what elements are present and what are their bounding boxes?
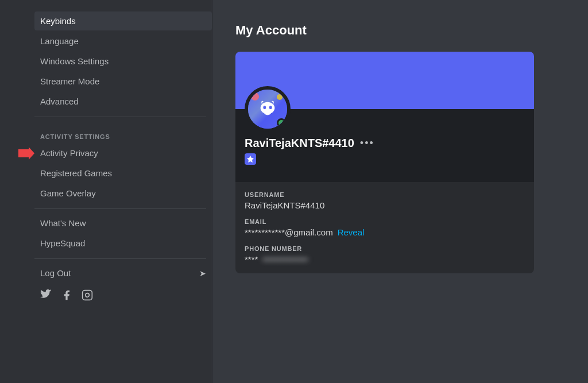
sidebar-item-whats-new[interactable]: What's New [34, 214, 212, 233]
logout-button[interactable]: Log Out ➤ [34, 264, 212, 283]
status-dot [277, 118, 286, 127]
svg-point-5 [269, 106, 272, 109]
sidebar-item-streamer-mode[interactable]: Streamer Mode [34, 72, 212, 91]
phone-masked: **** [245, 254, 258, 264]
username-value: RaviTejaKNTS#4410 [245, 200, 525, 210]
arrow-indicator [18, 147, 34, 160]
nitro-badge [245, 153, 256, 165]
phone-blurred: ••••••••••••••• [262, 254, 308, 264]
sidebar-item-advanced[interactable]: Advanced [34, 92, 212, 111]
divider-1 [34, 117, 206, 117]
sidebar-item-label: Keybinds [40, 16, 76, 26]
sidebar: Keybinds Language Windows Settings Strea… [0, 0, 212, 383]
profile-username: RaviTejaKNTS#4410 [245, 137, 354, 150]
sidebar-item-keybinds[interactable]: Keybinds [34, 11, 212, 30]
logout-arrow-icon: ➤ [199, 269, 206, 278]
profile-fields: USERNAME RaviTejaKNTS#4410 EMAIL *******… [235, 182, 534, 273]
phone-label: PHONE NUMBER [245, 245, 525, 252]
svg-rect-1 [83, 291, 92, 300]
email-masked: ************@gmail.com [245, 227, 333, 237]
social-icons [34, 283, 212, 304]
svg-marker-0 [18, 147, 34, 160]
email-label: EMAIL [245, 218, 525, 225]
sidebar-item-label: Streamer Mode [40, 76, 99, 86]
sidebar-item-game-overlay[interactable]: Game Overlay [34, 184, 212, 203]
sidebar-item-label: Game Overlay [40, 188, 96, 198]
instagram-icon[interactable] [82, 289, 93, 304]
activity-section-label: ACTIVITY SETTINGS [34, 124, 212, 144]
divider-2 [34, 208, 206, 209]
divider-3 [34, 258, 206, 259]
sidebar-item-activity-privacy[interactable]: Activity Privacy [34, 144, 212, 163]
avatar-container [245, 86, 291, 132]
sidebar-item-label: Activity Privacy [40, 148, 98, 158]
sidebar-item-label: Language [40, 36, 79, 46]
profile-info-row: RaviTejaKNTS#4410 ••• [235, 109, 534, 182]
facebook-icon[interactable] [61, 289, 72, 304]
sidebar-item-hypesquad[interactable]: HypeSquad [34, 234, 212, 253]
sidebar-item-language[interactable]: Language [34, 32, 212, 51]
sidebar-item-label: Advanced [40, 96, 79, 106]
main-content: My Account [212, 0, 588, 383]
avatar [245, 86, 291, 132]
sidebar-item-windows-settings[interactable]: Windows Settings [34, 52, 212, 71]
sidebar-item-label: Windows Settings [40, 56, 109, 66]
phone-row: **** ••••••••••••••• [245, 254, 525, 264]
reveal-email-button[interactable]: Reveal [338, 227, 365, 237]
email-row: ************@gmail.com Reveal [245, 227, 525, 237]
sidebar-item-label: HypeSquad [40, 238, 85, 248]
logout-label: Log Out [40, 268, 71, 278]
sidebar-item-label: Registered Games [40, 168, 112, 178]
page-title: My Account [235, 23, 565, 38]
badge-row [245, 153, 525, 165]
svg-point-4 [263, 106, 266, 109]
profile-card: RaviTejaKNTS#4410 ••• USERNAME RaviTejaK… [235, 52, 534, 273]
more-options-icon[interactable]: ••• [360, 137, 374, 149]
svg-point-3 [261, 102, 275, 114]
username-label: USERNAME [245, 191, 525, 198]
sidebar-item-label: What's New [40, 218, 86, 228]
sidebar-item-registered-games[interactable]: Registered Games [34, 164, 212, 183]
twitter-icon[interactable] [40, 289, 52, 304]
